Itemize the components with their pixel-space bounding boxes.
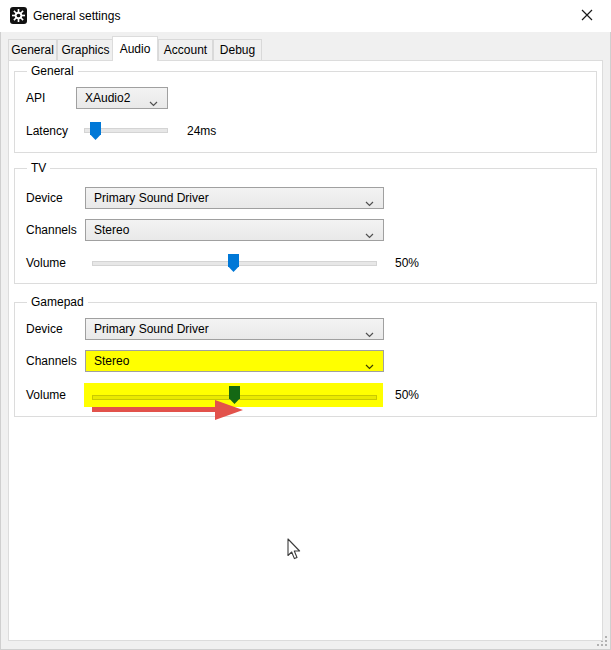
- gamepad-volume-label: Volume: [26, 388, 66, 402]
- title-bar: General settings: [0, 0, 611, 32]
- gamepad-channels-dropdown[interactable]: Stereo: [85, 350, 384, 372]
- gamepad-volume-value: 50%: [395, 388, 419, 402]
- close-button[interactable]: [572, 4, 602, 28]
- tv-volume-slider-thumb[interactable]: [228, 254, 239, 272]
- gamepad-channels-dropdown-value: Stereo: [86, 351, 383, 371]
- tab-account[interactable]: Account: [158, 39, 213, 60]
- latency-value: 24ms: [187, 124, 216, 138]
- audio-tab-page: General API XAudio2 Latency 24ms TV Devi…: [8, 60, 603, 641]
- chevron-down-icon: [365, 327, 374, 341]
- tv-channels-dropdown[interactable]: Stereo: [85, 219, 384, 241]
- group-tv-title: TV: [27, 162, 50, 175]
- gamepad-device-label: Device: [26, 322, 63, 336]
- group-tv: TV Device Primary Sound Driver Channels …: [14, 168, 597, 284]
- chevron-down-icon: [149, 96, 158, 110]
- chevron-down-icon: [365, 196, 374, 210]
- group-general-title: General: [27, 65, 78, 78]
- gamepad-device-dropdown[interactable]: Primary Sound Driver: [85, 318, 384, 340]
- tv-channels-dropdown-value: Stereo: [86, 220, 383, 240]
- window-title: General settings: [33, 9, 120, 23]
- tv-channels-label: Channels: [26, 223, 77, 237]
- group-gamepad: Gamepad Device Primary Sound Driver Chan…: [14, 302, 597, 417]
- api-dropdown[interactable]: XAudio2: [76, 87, 168, 109]
- tab-general[interactable]: General: [8, 39, 57, 60]
- tab-graphics[interactable]: Graphics: [57, 39, 114, 60]
- chevron-down-icon: [365, 228, 374, 242]
- tv-volume-label: Volume: [26, 256, 66, 270]
- tv-volume-value: 50%: [395, 256, 419, 270]
- gear-icon: [10, 7, 27, 24]
- tv-device-dropdown[interactable]: Primary Sound Driver: [85, 187, 384, 209]
- tab-debug[interactable]: Debug: [213, 39, 262, 60]
- gamepad-channels-label: Channels: [26, 354, 77, 368]
- group-gamepad-title: Gamepad: [27, 296, 88, 309]
- group-general: General API XAudio2 Latency 24ms: [14, 71, 597, 153]
- latency-slider-thumb[interactable]: [90, 122, 101, 140]
- api-label: API: [26, 91, 45, 105]
- gamepad-device-dropdown-value: Primary Sound Driver: [86, 319, 383, 339]
- tv-device-dropdown-value: Primary Sound Driver: [86, 188, 383, 208]
- tv-device-label: Device: [26, 191, 63, 205]
- close-icon: [581, 9, 593, 24]
- latency-label: Latency: [26, 124, 68, 138]
- tab-audio[interactable]: Audio: [112, 36, 158, 61]
- general-settings-window: { "window": { "title": "General settings…: [0, 0, 611, 650]
- chevron-down-icon: [365, 359, 374, 373]
